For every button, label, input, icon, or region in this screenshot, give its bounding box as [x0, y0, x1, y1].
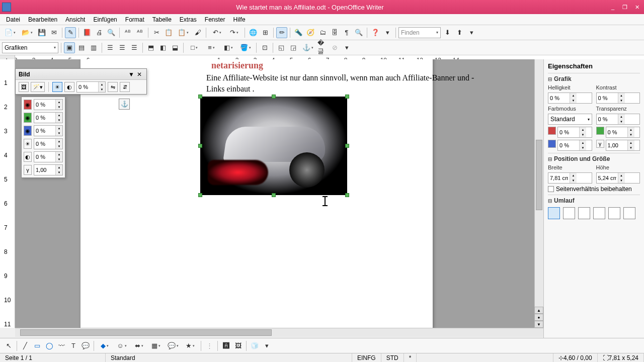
breite-spin[interactable]: ▲▼	[548, 172, 592, 184]
unlink-frame-button[interactable]: ⊘	[329, 42, 340, 53]
helligkeit-spin[interactable]: ▲▼	[548, 93, 592, 104]
resize-handle-tl[interactable]	[198, 95, 202, 99]
show-draw-button[interactable]: ✏	[276, 27, 287, 38]
paste-button[interactable]: 📋	[175, 27, 191, 38]
menu-format[interactable]: Format	[121, 15, 148, 25]
find-overflow[interactable]: ▾	[466, 27, 477, 38]
find-up-button[interactable]: ⬆	[454, 27, 465, 38]
resize-handle-tm[interactable]	[272, 95, 276, 99]
extrusion-tool[interactable]: 🧊	[249, 340, 260, 351]
datasources-button[interactable]: 🗄	[329, 27, 340, 38]
image-toolbar-panel[interactable]: Bild ▼ ✕ 🖼 🪄▾ ☀ ◐ ▲▼ ⇋ ⇵	[15, 68, 147, 95]
vertical-scrollbar[interactable]: ▲ ● ▼	[534, 59, 543, 328]
freeform-tool[interactable]: 〰	[56, 340, 67, 351]
bright-spin[interactable]: ▲▼	[34, 138, 63, 149]
from-file-tool[interactable]: 🖼	[232, 340, 244, 351]
sb-gamma-spin[interactable]: ▲▼	[606, 140, 640, 151]
copy-button[interactable]: 📋	[163, 27, 174, 38]
flip-v-button[interactable]: ⇵	[120, 82, 130, 92]
document-canvas[interactable]: netarisierung Eine Affiliate-Website ist…	[15, 59, 543, 328]
select-tool[interactable]: ↖	[3, 340, 14, 351]
status-std[interactable]: STD	[381, 353, 404, 362]
color-adjust-panel[interactable]: ◉▲▼ ◉▲▼ ◉▲▼ ☀▲▼ ◐▲▼ γ▲▼	[21, 97, 65, 178]
ratio-checkbox-row[interactable]: Seitenverhältnis beibehalten	[548, 186, 640, 193]
resize-handle-tr[interactable]	[345, 95, 349, 99]
menu-datei[interactable]: Datei	[2, 15, 24, 25]
preview-button[interactable]: 🔍	[106, 27, 117, 38]
send-back-button[interactable]: ◲	[288, 42, 299, 53]
sb-blue-spin[interactable]: ▲▼	[557, 140, 592, 151]
hoehe-spin[interactable]: ▲▼	[596, 172, 640, 184]
find-combo[interactable]: Finden	[398, 27, 441, 38]
hyperlink-button[interactable]: 🌐	[248, 27, 259, 38]
basic-shapes-tool[interactable]: ◆	[97, 340, 113, 351]
menu-bearbeiten[interactable]: Bearbeiten	[24, 15, 61, 25]
close-button[interactable]: ✕	[632, 3, 642, 11]
anchor-icon[interactable]: ⚓	[119, 99, 130, 110]
pdf-button[interactable]: 📕	[82, 27, 93, 38]
status-modified[interactable]: *	[404, 353, 417, 362]
redo-button[interactable]: ↷	[226, 27, 242, 38]
resize-handle-br[interactable]	[345, 193, 349, 197]
style-combo[interactable]: Grafiken	[2, 42, 58, 53]
border-button[interactable]: □	[186, 42, 202, 53]
align-right-button[interactable]: ☰	[129, 42, 140, 53]
text-tool[interactable]: T	[68, 340, 79, 351]
green-spin[interactable]: ▲▼	[34, 112, 63, 123]
wrap-optimal-button[interactable]	[623, 207, 635, 219]
save-button[interactable]: 💾	[36, 27, 47, 38]
format-paintbrush-button[interactable]: 🖌	[192, 27, 203, 38]
wrap-none-button[interactable]	[548, 207, 560, 219]
fontwork-tool[interactable]: 🅰	[220, 340, 231, 351]
red-spin[interactable]: ▲▼	[34, 99, 63, 110]
graphics-mode-button[interactable]: ☀	[52, 82, 62, 92]
link-frame-button[interactable]: �글	[317, 42, 328, 53]
bring-front-button[interactable]: ◱	[276, 42, 287, 53]
callouts-tool[interactable]: 💬	[165, 340, 181, 351]
format-overflow[interactable]: ▾	[341, 42, 352, 53]
gallery-button[interactable]: 🗂	[317, 27, 328, 38]
print-button[interactable]: 🖨	[94, 27, 105, 38]
arrows-tool[interactable]: ⬌	[131, 340, 147, 351]
callout-tool[interactable]: 💬	[80, 340, 91, 351]
status-einfg[interactable]: EINFG	[352, 353, 381, 362]
gamma-spin[interactable]: ▲▼	[34, 164, 63, 175]
align-center-button[interactable]: ☰	[117, 42, 128, 53]
ellipse-tool[interactable]: ◯	[44, 340, 55, 351]
wrap-after-button[interactable]	[578, 207, 590, 219]
points-tool[interactable]: ⋮	[204, 340, 215, 351]
wrap-on-button[interactable]: ▤	[76, 42, 87, 53]
wrap-parallel-button[interactable]	[593, 207, 605, 219]
sb-red-spin[interactable]: ▲▼	[557, 127, 592, 138]
vscroll-thumb[interactable]	[536, 140, 542, 210]
crop-button[interactable]: ◐	[64, 82, 74, 92]
help-button[interactable]: ❓	[370, 27, 381, 38]
new-button[interactable]: 📄	[2, 27, 18, 38]
resize-handle-ml[interactable]	[198, 144, 202, 148]
nonprint-button[interactable]: ¶	[341, 27, 352, 38]
border-color-button[interactable]: ◧	[220, 42, 236, 53]
find-replace-button[interactable]: 🔦	[293, 27, 304, 38]
farbmodus-combo[interactable]: Standard	[548, 114, 592, 125]
menu-fenster[interactable]: Fenster	[201, 15, 229, 25]
flip-h-button[interactable]: ⇋	[108, 82, 118, 92]
frame-props-button[interactable]: ⊡	[259, 42, 270, 53]
panel-close-button[interactable]: ✕	[135, 71, 143, 78]
position-section-head[interactable]: Position und Größe	[548, 155, 640, 162]
top-button[interactable]: ⬒	[145, 42, 156, 53]
flowchart-tool[interactable]: ▦	[148, 340, 164, 351]
nav-object-button[interactable]: ●	[534, 314, 543, 321]
ratio-checkbox[interactable]	[548, 186, 554, 192]
filter-menu-button[interactable]: 🪄▾	[31, 82, 45, 92]
find-down-button[interactable]: ⬇	[442, 27, 453, 38]
blue-spin[interactable]: ▲▼	[34, 125, 63, 136]
line-tool[interactable]: ╱	[20, 340, 31, 351]
umlauf-section-head[interactable]: Umlauf	[548, 197, 640, 204]
middle-button[interactable]: ◧	[157, 42, 169, 53]
selected-image[interactable]	[200, 97, 347, 195]
filter-button[interactable]: 🖼	[19, 82, 29, 92]
email-button[interactable]: ✉	[48, 27, 59, 38]
border-style-button[interactable]: ≡	[203, 42, 219, 53]
minimize-button[interactable]: _	[608, 3, 618, 11]
rect-tool[interactable]: ▭	[32, 340, 43, 351]
